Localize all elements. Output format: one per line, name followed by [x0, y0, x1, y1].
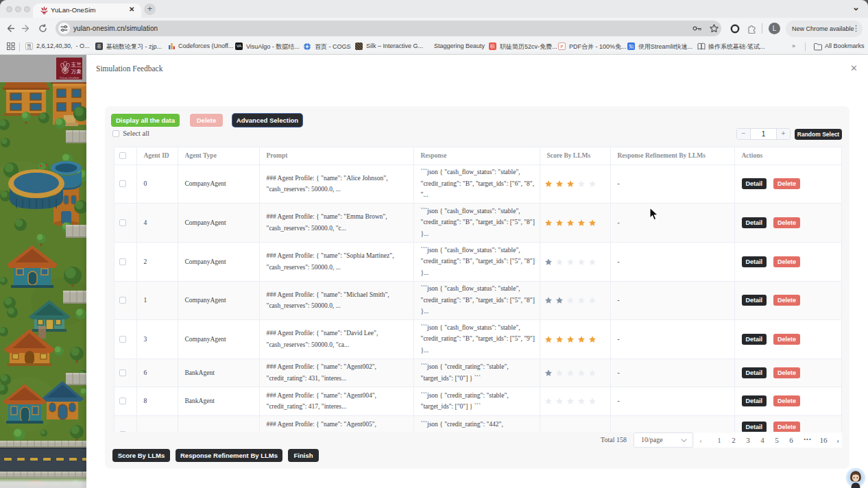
svg-text:兰: 兰	[77, 62, 82, 68]
svg-text:YuLan-OneSim: YuLan-OneSim	[60, 76, 80, 80]
svg-text:万: 万	[71, 69, 77, 75]
svg-text:玉: 玉	[71, 62, 77, 68]
svg-text:象: 象	[77, 69, 82, 75]
